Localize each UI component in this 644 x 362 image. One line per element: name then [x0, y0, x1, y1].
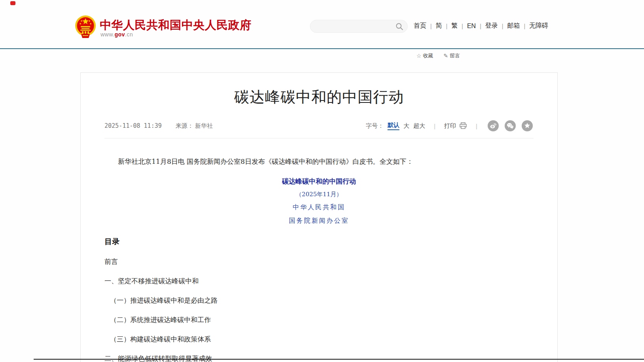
- site-url-prefix: www.: [101, 31, 114, 38]
- site-title[interactable]: 中华人民共和国中央人民政府: [100, 17, 252, 33]
- nav-separator: |: [524, 23, 525, 29]
- font-size-label: 字号：: [366, 122, 384, 130]
- toc-item-section1: 一、坚定不移推进碳达峰碳中和: [104, 277, 534, 286]
- search-input[interactable]: [317, 23, 395, 30]
- article-meta-row: 2025-11-08 11:39 来源： 新华社 字号： 默认 大 超大 | 打…: [104, 120, 533, 131]
- wechat-icon[interactable]: [505, 120, 516, 131]
- source-value[interactable]: 新华社: [195, 122, 213, 129]
- article-body: 新华社北京11月8日电 国务院新闻办公室8日发布《碳达峰碳中和的中国行动》白皮书…: [104, 157, 534, 362]
- nav-separator: |: [430, 23, 432, 29]
- top-nav: 首页 | 简 | 繁 | EN | 登录 | 邮箱 | 无障碍: [414, 22, 548, 30]
- site-url-highlight: gov: [114, 31, 125, 38]
- nav-mail[interactable]: 邮箱: [507, 22, 520, 30]
- nav-login[interactable]: 登录: [485, 22, 498, 30]
- toc-item-section1-1: （一）推进碳达峰碳中和是必由之路: [104, 296, 534, 305]
- page-actions: ☆ 收藏 ✎ 留言: [416, 52, 460, 59]
- source-label: 来源：: [176, 122, 194, 129]
- favorite-button[interactable]: ☆ 收藏: [416, 52, 433, 59]
- toc-item-section1-3: （三）构建碳达峰碳中和政策体系: [104, 335, 534, 344]
- star-outline-icon: ☆: [416, 53, 422, 59]
- weibo-icon[interactable]: [488, 120, 499, 131]
- search-box[interactable]: [310, 20, 408, 33]
- national-emblem-logo[interactable]: [75, 15, 96, 39]
- nav-english[interactable]: EN: [467, 23, 476, 30]
- article-card: 碳达峰碳中和的中国行动 2025-11-08 11:39 来源： 新华社 字号：…: [80, 72, 558, 362]
- favorite-label: 收藏: [423, 52, 433, 59]
- print-label: 打印: [444, 122, 456, 130]
- document-org-line1: 中华人民共和国: [104, 203, 534, 212]
- header-divider-line: [0, 48, 644, 49]
- printer-icon: [459, 122, 467, 129]
- search-icon[interactable]: [395, 23, 403, 30]
- nav-separator: |: [446, 23, 448, 29]
- site-url-suffix: .cn: [125, 31, 133, 38]
- document-org-line2: 国务院新闻办公室: [104, 217, 534, 225]
- pencil-icon: ✎: [444, 53, 448, 59]
- nav-accessibility[interactable]: 无障碍: [529, 22, 548, 30]
- nav-home[interactable]: 首页: [414, 22, 426, 30]
- comment-button[interactable]: ✎ 留言: [444, 52, 460, 59]
- font-size-default[interactable]: 默认: [388, 121, 399, 130]
- article-meta-right: 字号： 默认 大 超大 | 打印 |: [366, 120, 533, 131]
- document-title: 碳达峰碳中和的中国行动: [104, 177, 534, 186]
- nav-separator: |: [502, 23, 503, 29]
- nav-traditional[interactable]: 繁: [451, 22, 458, 30]
- share-icons: [488, 120, 533, 131]
- toc-item-preface: 前言: [104, 257, 534, 266]
- print-button[interactable]: 打印: [444, 122, 467, 130]
- font-size-large[interactable]: 大: [403, 122, 409, 130]
- nav-separator: |: [462, 23, 463, 29]
- article-date: 2025-11-08 11:39: [104, 122, 162, 129]
- site-url[interactable]: www.gov.cn: [101, 31, 133, 38]
- star-share-icon[interactable]: [522, 120, 533, 131]
- gov-cn-page: 中华人民共和国中央人民政府 www.gov.cn 首页 | 简 | 繁 | EN…: [0, 0, 644, 362]
- toc-heading: 目录: [104, 237, 534, 247]
- nav-simplified[interactable]: 简: [436, 22, 442, 30]
- screen-artifact-red-mark: [10, 1, 15, 5]
- meta-divider-line: [104, 138, 534, 138]
- article-title: 碳达峰碳中和的中国行动: [81, 87, 557, 107]
- font-size-xlarge[interactable]: 超大: [413, 122, 425, 130]
- meta-separator: |: [434, 123, 435, 129]
- toc-item-section2: 二、能源绿色低碳转型取得显著成效: [104, 354, 534, 362]
- viewport-bottom-line: [34, 359, 644, 360]
- nav-separator: |: [480, 23, 481, 29]
- lead-paragraph: 新华社北京11月8日电 国务院新闻办公室8日发布《碳达峰碳中和的中国行动》白皮书…: [104, 157, 534, 167]
- article-meta-left: 2025-11-08 11:39 来源： 新华社: [104, 122, 213, 130]
- toc-item-section1-2: （二）系统推进碳达峰碳中和工作: [104, 315, 534, 324]
- document-date: （2025年11月）: [104, 191, 534, 198]
- meta-separator: |: [476, 123, 477, 129]
- comment-label: 留言: [450, 52, 460, 59]
